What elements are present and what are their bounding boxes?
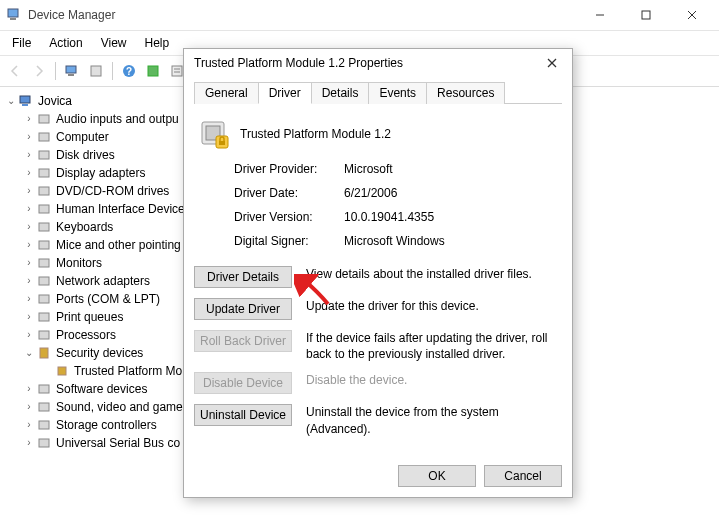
expand-icon[interactable]: › [22,326,36,344]
menu-view[interactable]: View [93,34,135,52]
category-icon [36,129,52,145]
svg-rect-6 [66,66,76,73]
tree-item-label: Human Interface Device [56,200,185,218]
svg-rect-32 [39,385,49,393]
app-icon [6,7,22,23]
refresh-icon[interactable] [142,60,164,82]
expand-icon[interactable]: › [22,272,36,290]
rollback-driver-button: Roll Back Driver [194,330,292,352]
computer-icon[interactable] [61,60,83,82]
svg-rect-3 [642,11,650,19]
svg-rect-17 [39,115,49,123]
expand-icon[interactable]: › [22,146,36,164]
expand-icon[interactable]: › [22,200,36,218]
category-icon [36,309,52,325]
tree-item-label: Print queues [56,308,123,326]
svg-text:?: ? [126,66,132,77]
expand-icon[interactable]: › [22,398,36,416]
tree-item-label: Keyboards [56,218,113,236]
expand-icon[interactable]: › [22,128,36,146]
tab-driver[interactable]: Driver [258,82,312,104]
svg-rect-29 [39,331,49,339]
expand-icon[interactable]: › [22,254,36,272]
svg-rect-0 [8,9,18,17]
cancel-button[interactable]: Cancel [484,465,562,487]
collapse-icon[interactable]: ⌄ [4,92,18,110]
tab-general[interactable]: General [194,82,259,104]
expand-icon[interactable]: › [22,416,36,434]
minimize-button[interactable] [577,0,623,30]
tab-resources[interactable]: Resources [426,82,505,104]
ok-button[interactable]: OK [398,465,476,487]
expand-icon[interactable]: › [22,434,36,452]
svg-rect-34 [39,421,49,429]
expand-icon[interactable]: › [22,290,36,308]
disable-device-desc: Disable the device. [306,372,562,388]
tree-item-label: Ports (COM & LPT) [56,290,160,308]
category-icon [36,183,52,199]
expand-icon[interactable]: › [22,308,36,326]
tab-details[interactable]: Details [311,82,370,104]
device-name: Trusted Platform Module 1.2 [240,127,391,141]
svg-rect-23 [39,223,49,231]
uninstall-device-desc: Uninstall the device from the system (Ad… [306,404,562,436]
menu-help[interactable]: Help [137,34,178,52]
svg-rect-11 [148,66,158,76]
category-icon [36,219,52,235]
dialog-title: Trusted Platform Module 1.2 Properties [194,56,538,70]
device-icon[interactable] [85,60,107,82]
svg-rect-16 [22,104,28,106]
svg-rect-22 [39,205,49,213]
svg-rect-24 [39,241,49,249]
svg-rect-15 [20,96,30,103]
dialog-close-button[interactable] [538,52,566,74]
svg-rect-1 [10,18,16,20]
svg-rect-41 [219,141,225,145]
category-icon [36,381,52,397]
category-icon [36,291,52,307]
svg-rect-20 [39,169,49,177]
tree-root-label: Jovica [38,92,72,110]
update-driver-desc: Update the driver for this device. [306,298,562,314]
svg-rect-33 [39,403,49,411]
menu-action[interactable]: Action [41,34,90,52]
tab-events[interactable]: Events [368,82,427,104]
uninstall-device-button[interactable]: Uninstall Device [194,404,292,426]
tree-item-label: Computer [56,128,109,146]
svg-rect-12 [172,66,182,76]
toolbar-separator [55,62,56,80]
category-icon [36,435,52,451]
expand-icon[interactable]: › [22,110,36,128]
category-icon [36,201,52,217]
expand-icon[interactable]: › [22,218,36,236]
close-button[interactable] [669,0,715,30]
help-icon[interactable]: ? [118,60,140,82]
device-icon [198,118,230,150]
category-icon [36,165,52,181]
tree-item-label: Audio inputs and outpu [56,110,179,128]
svg-rect-19 [39,151,49,159]
svg-rect-28 [39,313,49,321]
tree-item-label: Mice and other pointing [56,236,181,254]
expand-icon[interactable]: › [22,236,36,254]
category-icon [36,111,52,127]
signer-value: Microsoft Windows [344,234,562,248]
update-driver-button[interactable]: Update Driver [194,298,292,320]
driver-details-button[interactable]: Driver Details [194,266,292,288]
tree-item-label: DVD/CD-ROM drives [56,182,169,200]
tree-item-label: Monitors [56,254,102,272]
expand-icon[interactable]: › [22,380,36,398]
tree-item-label: Universal Serial Bus co [56,434,180,452]
menu-file[interactable]: File [4,34,39,52]
window-title: Device Manager [28,8,577,22]
tree-item-label: Trusted Platform Mo [74,362,182,380]
svg-rect-30 [40,348,48,358]
back-icon [4,60,26,82]
expand-icon[interactable]: › [22,182,36,200]
provider-label: Driver Provider: [234,162,344,176]
svg-rect-26 [39,277,49,285]
maximize-button[interactable] [623,0,669,30]
version-value: 10.0.19041.4355 [344,210,562,224]
expand-icon[interactable]: › [22,164,36,182]
collapse-icon[interactable]: ⌄ [22,344,36,362]
